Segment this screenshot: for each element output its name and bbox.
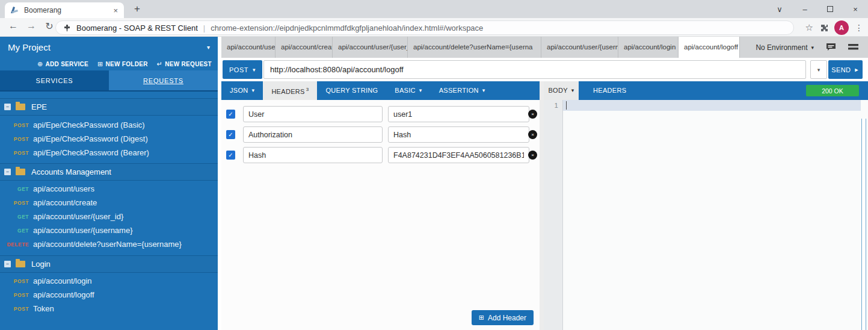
collapse-icon[interactable]: − [4,169,11,175]
add-circle-icon: ⊕ [37,60,43,68]
environment-selector[interactable]: No Environment ▾ [756,43,814,52]
window-maximize-button[interactable] [817,0,843,18]
project-name[interactable]: My Project [8,42,207,52]
back-icon[interactable]: ← [6,20,20,31]
tab-body-label: BODY [548,81,567,100]
forward-icon[interactable]: → [24,20,38,31]
header-row: ✓ × [226,106,540,122]
folder-accounts-management[interactable]: − Accounts Management [0,163,218,181]
tab-query-string[interactable]: QUERY STRING [317,81,386,100]
workspace-tab-active[interactable]: api/account/logoff [679,37,740,58]
line-number-gutter: 1 [544,100,563,330]
tab-basic[interactable]: BASIC ▾ [386,81,430,100]
reload-icon[interactable]: ↻ [42,20,57,32]
request-item[interactable]: POSTapi/Epe/CheckPassword (Basic) [0,118,218,132]
header-value-input[interactable] [388,126,529,143]
request-item[interactable]: POSTapi/account/login [0,274,218,288]
request-label: api/account/users [33,184,94,193]
folder-icon [16,169,25,175]
request-item[interactable]: POSTapi/account/logoff [0,288,218,302]
window-minimize-button[interactable]: – [792,0,817,18]
response-body-editor[interactable]: 1 [544,100,868,330]
method-dropdown[interactable]: POST ▾ [223,60,262,79]
request-item[interactable]: POSTapi/Epe/CheckPassword (Bearer) [0,146,218,160]
request-item[interactable]: DELETEapi/account/delete?userName={usern… [0,237,218,251]
browser-menu-icon[interactable]: ⋮ [855,23,863,33]
request-label: api/account/user/{username} [33,226,133,235]
tab-assertion[interactable]: ASSERTION ▾ [431,81,494,100]
address-bar[interactable]: Boomerang - SOAP & REST Client | chrome-… [55,20,794,35]
folder-name: Login [31,260,51,269]
feedback-bubble-icon[interactable] [826,43,836,52]
panel-divider[interactable] [540,81,544,330]
request-item[interactable]: GETapi/account/user/{user_id} [0,210,218,223]
new-folder-button[interactable]: ⊞NEW FOLDER [97,60,148,68]
header-value-input[interactable] [388,106,529,122]
browser-titlebar: Boomerang × + ∨ – × [0,0,868,18]
add-service-button[interactable]: ⊕ADD SERVICE [37,60,88,68]
project-caret-icon[interactable]: ▾ [207,44,210,51]
workspace-tab[interactable]: api/account/user/{user_i [333,37,408,58]
window-close-button[interactable]: × [843,0,868,18]
header-name-input[interactable] [243,147,383,163]
folder-epe[interactable]: − EPE [0,98,218,116]
collapse-icon[interactable]: − [4,261,11,267]
browser-tab-title: Boomerang [24,6,112,14]
tab-requests[interactable]: REQUESTS [109,70,218,90]
header-name-input[interactable] [243,106,383,122]
extension-name: Boomerang - SOAP & REST Client [76,23,198,33]
tab-response-headers-label: HEADERS [593,81,626,100]
delete-header-icon[interactable]: × [528,151,537,160]
tab-response-body[interactable]: BODY ▾ [544,81,579,100]
request-label: api/account/delete?userName={username} [33,240,182,249]
menu-hamburger-icon[interactable] [848,43,858,51]
header-enabled-checkbox[interactable]: ✓ [226,130,235,139]
folder-login[interactable]: − Login [0,255,218,273]
tab-json-label: JSON [230,81,248,100]
request-item[interactable]: POSTToken [0,302,218,316]
tab-services[interactable]: SERVICES [0,70,109,90]
workspace-tab[interactable]: api/account/create [275,37,333,58]
delete-header-icon[interactable]: × [528,130,537,139]
request-item[interactable]: GETapi/account/users [0,182,218,196]
header-enabled-checkbox[interactable]: ✓ [226,151,235,160]
send-label: SEND [831,66,851,73]
request-item[interactable]: POSTapi/Epe/CheckPassword (Digest) [0,132,218,146]
workspace-tab[interactable]: api/account/user/{usernam [541,37,618,58]
tab-headers[interactable]: HEADERS3 [263,81,317,100]
request-url-input[interactable] [263,60,806,79]
extensions-puzzle-icon[interactable] [819,23,828,33]
collapse-icon[interactable]: − [4,104,11,110]
folder-icon [16,261,25,267]
tab-close-icon[interactable]: × [112,6,119,15]
tab-response-headers[interactable]: HEADERS [579,81,635,100]
profile-avatar[interactable]: A [834,20,849,35]
bookmark-star-icon[interactable]: ☆ [805,22,813,33]
workspace-tab[interactable]: api/account/login [618,37,679,58]
response-tabs: BODY ▾ HEADERS 200 OK [544,81,868,100]
add-header-button[interactable]: ⊞ Add Header [472,310,534,325]
url-history-dropdown[interactable]: ▾ [810,60,827,79]
new-request-button[interactable]: ↵NEW REQUEST [157,60,212,68]
window-chevron-icon[interactable]: ∨ [767,0,792,18]
delete-header-icon[interactable]: × [528,110,537,119]
request-item[interactable]: POSTapi/account/create [0,196,218,210]
chevron-down-icon: ▾ [253,67,256,73]
line-number: 1 [544,100,562,111]
send-button[interactable]: SEND ► [828,60,863,79]
header-name-input[interactable] [243,126,383,143]
browser-tab[interactable]: Boomerang × [5,2,124,18]
header-value-input[interactable] [388,147,529,163]
workspace-tab[interactable]: api/account/delete?userName={userna [408,37,541,58]
method-badge: GET [0,214,29,220]
request-item[interactable]: GETapi/account/user/{username} [0,223,218,237]
request-arrow-icon: ↵ [157,60,163,68]
header-enabled-checkbox[interactable]: ✓ [226,110,235,119]
workspace-tab[interactable]: api/account/users [221,37,275,58]
new-tab-button[interactable]: + [130,3,144,15]
new-folder-label: NEW FOLDER [106,61,148,67]
header-row: ✓ × [226,147,540,163]
tab-json[interactable]: JSON ▾ [221,81,263,100]
extension-pin-icon [63,24,71,32]
response-scrollbar[interactable] [861,119,866,330]
